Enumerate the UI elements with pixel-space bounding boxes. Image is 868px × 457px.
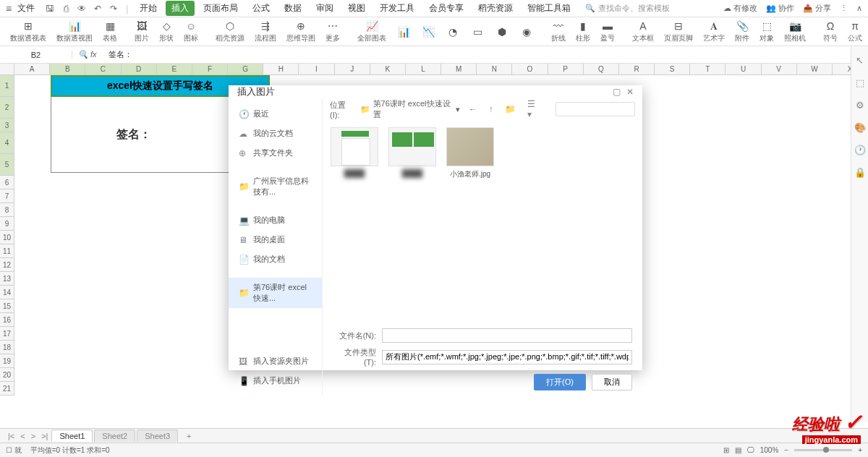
collapse-icon[interactable]: ∧ xyxy=(856,4,862,13)
ribbon-shapes[interactable]: ◇形状 xyxy=(155,20,178,43)
sidebar-desktop[interactable]: 🖥我的桌面 xyxy=(229,230,322,249)
ribbon-more[interactable]: ⋯更多 xyxy=(321,20,344,43)
col-header[interactable]: I xyxy=(299,64,334,74)
ribbon-sparkline-winloss[interactable]: ▬盈亏 xyxy=(596,20,619,43)
ribbon-camera[interactable]: 📷照相机 xyxy=(780,20,810,43)
col-header[interactable]: C xyxy=(85,64,121,74)
sheet-tab-2[interactable]: Sheet2 xyxy=(94,430,135,442)
cancel-button[interactable]: 取消 xyxy=(592,374,632,390)
ribbon-pivot-table[interactable]: ⊞数据透视表 xyxy=(6,20,51,43)
tab-smarttools[interactable]: 智能工具箱 xyxy=(522,1,576,16)
row-header[interactable]: 4 xyxy=(0,132,14,154)
sheet-tab-1[interactable]: Sheet1 xyxy=(51,430,93,442)
save-icon[interactable]: 🖫 xyxy=(43,2,56,15)
row-header[interactable]: 14 xyxy=(0,286,14,299)
collab-button[interactable]: 👥 协作 xyxy=(766,3,794,14)
col-header[interactable]: S xyxy=(655,64,690,74)
backup-icon[interactable]: 🕐 xyxy=(854,145,866,155)
col-header[interactable]: Q xyxy=(584,64,619,74)
view-icon[interactable]: ☰ ▾ xyxy=(524,99,544,119)
row-header[interactable]: 8 xyxy=(0,203,14,217)
sidebar-documents[interactable]: 📄我的文档 xyxy=(229,249,322,269)
sidebar-insert-resource[interactable]: 🖼插入资源夹图片 xyxy=(229,351,322,371)
ribbon-attachment[interactable]: 📎附件 xyxy=(731,20,754,43)
ribbon-equation[interactable]: π公式 xyxy=(843,20,867,43)
menu-icon[interactable]: ≡ xyxy=(6,3,12,14)
sheet-first-icon[interactable]: |< xyxy=(6,432,17,440)
name-box[interactable]: B2 xyxy=(0,51,72,59)
ribbon-sparkline-column[interactable]: ▮柱形 xyxy=(571,20,595,43)
tab-data[interactable]: 数据 xyxy=(278,1,307,16)
sidebar-insert-mobile[interactable]: 📱插入手机图片 xyxy=(229,371,322,390)
row-header[interactable]: 13 xyxy=(0,272,14,286)
file-item[interactable]: ████ xyxy=(388,127,437,177)
row-header[interactable]: 12 xyxy=(0,258,14,272)
ribbon-chart6[interactable]: ◉ xyxy=(515,25,538,38)
view-page-icon[interactable]: ▤ xyxy=(735,446,741,454)
sheet-tab-3[interactable]: Sheet3 xyxy=(137,430,178,442)
col-header[interactable]: A xyxy=(14,64,50,74)
tab-start[interactable]: 开始 xyxy=(134,1,163,16)
zoom-in-icon[interactable]: + xyxy=(858,446,862,454)
ribbon-icons[interactable]: ☺图标 xyxy=(179,20,203,43)
ribbon-table[interactable]: ▦表格 xyxy=(98,20,122,43)
ribbon-chart1[interactable]: 📊 xyxy=(392,25,415,38)
ribbon-sparkline-line[interactable]: 〰折线 xyxy=(547,20,570,43)
col-header[interactable]: W xyxy=(797,64,833,74)
select-all-corner[interactable] xyxy=(0,64,14,75)
view-mode-icon[interactable]: 🖵 xyxy=(747,446,754,454)
row-header[interactable]: 19 xyxy=(0,354,14,368)
ribbon-wordart[interactable]: 𝐀艺术字 xyxy=(699,20,729,43)
filetype-select[interactable] xyxy=(382,350,632,364)
col-header[interactable]: J xyxy=(335,64,370,74)
view-normal-icon[interactable]: ⊞ xyxy=(723,446,729,454)
file-item[interactable]: ████ xyxy=(330,127,379,177)
row-header[interactable]: 9 xyxy=(0,217,14,231)
row-header[interactable]: 16 xyxy=(0,313,14,327)
fx-icon[interactable]: 🔍 fx xyxy=(72,50,103,59)
undo-icon[interactable]: ↶ xyxy=(91,2,104,15)
file-item[interactable]: 小渔老师.jpg xyxy=(446,127,495,179)
formula-input[interactable]: 签名： xyxy=(103,49,868,60)
col-header[interactable]: P xyxy=(548,64,584,74)
row-header[interactable]: 21 xyxy=(0,382,14,396)
tab-resources[interactable]: 稻壳资源 xyxy=(472,1,519,16)
ribbon-all-charts[interactable]: 📈全部图表 xyxy=(353,20,391,43)
zoom-out-icon[interactable]: − xyxy=(784,446,788,454)
sheet-next-icon[interactable]: > xyxy=(29,432,38,440)
zoom-value[interactable]: 100% xyxy=(760,446,779,454)
sidebar-computer[interactable]: 💻我的电脑 xyxy=(229,210,322,230)
search-box[interactable]: 🔍 查找命令、搜索模板 xyxy=(585,3,670,14)
open-button[interactable]: 打开(O) xyxy=(534,374,586,390)
sidebar-shared[interactable]: ⊕共享文件夹 xyxy=(229,143,322,163)
row-header[interactable]: 10 xyxy=(0,231,14,244)
ribbon-chart5[interactable]: ⬢ xyxy=(490,25,514,38)
cursor-icon[interactable]: ↖ xyxy=(856,55,864,66)
col-header[interactable]: B xyxy=(50,64,85,74)
col-header[interactable]: N xyxy=(477,64,512,74)
col-header[interactable]: O xyxy=(512,64,548,74)
ribbon-header-footer[interactable]: ⊟页眉页脚 xyxy=(660,20,697,43)
print-icon[interactable]: ⎙ xyxy=(59,2,72,15)
ribbon-chart3[interactable]: ◔ xyxy=(441,25,464,38)
sidebar-current-folder[interactable]: 📁第76课时 excel快速... xyxy=(229,278,322,308)
sheet-prev-icon[interactable]: < xyxy=(18,432,27,440)
share-button[interactable]: 📤 分享 xyxy=(803,3,831,14)
tab-devtools[interactable]: 开发工具 xyxy=(374,1,420,16)
col-header[interactable]: M xyxy=(441,64,477,74)
row-header[interactable]: 17 xyxy=(0,327,14,341)
col-header[interactable]: L xyxy=(406,64,441,74)
select-icon[interactable]: ⬚ xyxy=(856,77,864,88)
col-header[interactable]: E xyxy=(157,64,192,74)
newfolder-icon[interactable]: 📁 xyxy=(502,104,519,114)
row-header[interactable]: 18 xyxy=(0,341,14,354)
lock-icon[interactable]: 🔒 xyxy=(854,167,866,178)
row-header[interactable]: 1 xyxy=(0,75,14,97)
col-header[interactable]: H xyxy=(263,64,299,74)
file-menu[interactable]: 文件 xyxy=(17,2,35,14)
row-header[interactable]: 7 xyxy=(0,189,14,203)
sidebar-company[interactable]: 📁广州辰宇信息科技有... xyxy=(229,171,322,202)
row-header[interactable]: 20 xyxy=(0,368,14,382)
col-header[interactable]: F xyxy=(192,64,228,74)
settings-icon[interactable]: ⚙ xyxy=(856,100,864,111)
